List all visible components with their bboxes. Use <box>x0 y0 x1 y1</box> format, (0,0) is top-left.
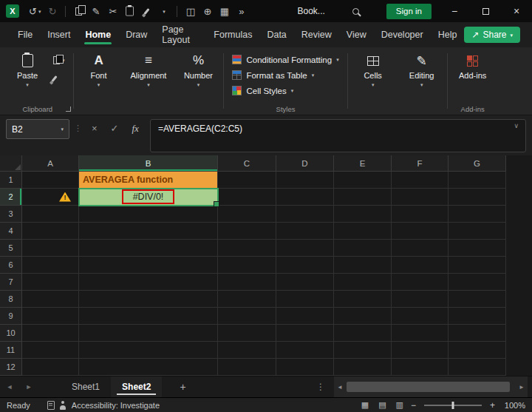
cell-a8[interactable] <box>22 291 79 308</box>
cell-b12[interactable] <box>79 359 218 376</box>
cell-d11[interactable] <box>276 342 334 359</box>
name-box[interactable]: B2 ▾ <box>6 119 69 139</box>
sign-in-button[interactable]: Sign in <box>386 4 432 19</box>
cell-a12[interactable] <box>22 359 79 376</box>
horizontal-scrollbar[interactable]: ◄ ► <box>334 376 528 397</box>
sheet-scroll-left-icon[interactable]: ◄ <box>0 383 19 391</box>
cell-e10[interactable] <box>334 325 392 342</box>
cell-f1[interactable] <box>392 172 449 189</box>
insert-function-button[interactable]: fx <box>127 119 144 135</box>
cell-g12[interactable] <box>449 359 506 376</box>
split-view-button[interactable]: ◫ <box>182 1 199 21</box>
tab-view[interactable]: View <box>339 22 374 47</box>
cell-f7[interactable] <box>392 274 449 291</box>
tab-formulas[interactable]: Formulas <box>206 22 259 47</box>
sheet-tab-sheet1[interactable]: Sheet1 <box>61 376 111 397</box>
cell-d3[interactable] <box>276 206 334 223</box>
row-header-1[interactable]: 1 <box>0 172 22 189</box>
cell-f3[interactable] <box>392 206 449 223</box>
cell-c6[interactable] <box>218 257 276 274</box>
cell-c8[interactable] <box>218 291 276 308</box>
row-header-3[interactable]: 3 <box>0 206 22 223</box>
column-header-a[interactable]: A <box>22 155 79 172</box>
maximize-button[interactable] <box>470 0 501 22</box>
cell-g8[interactable] <box>449 291 506 308</box>
redo-button[interactable]: ↻ <box>44 1 61 21</box>
cell-a7[interactable] <box>22 274 79 291</box>
row-header-7[interactable]: 7 <box>0 274 22 291</box>
cell-g6[interactable] <box>449 257 506 274</box>
page-layout-view-icon[interactable]: ▤ <box>378 400 386 410</box>
cell-a11[interactable] <box>22 342 79 359</box>
row-header-8[interactable]: 8 <box>0 291 22 308</box>
tab-draw[interactable]: Draw <box>118 22 154 47</box>
cell-e1[interactable] <box>334 172 392 189</box>
cell-d2[interactable] <box>276 189 334 206</box>
status-doc-icon[interactable] <box>47 401 55 410</box>
new-item-button[interactable]: ⊕ <box>199 1 216 21</box>
tabbar-overflow-icon[interactable]: ⋮ <box>316 382 325 392</box>
editing-button[interactable]: ✎ Editing ▾ <box>405 53 439 87</box>
undo-button[interactable]: ↺ ▾ <box>26 1 44 21</box>
row-header-12[interactable]: 12 <box>0 359 22 376</box>
page-break-view-icon[interactable]: ▥ <box>396 400 403 410</box>
cell-c3[interactable] <box>218 206 276 223</box>
cut-quick-button[interactable]: ✂ <box>104 1 121 21</box>
cell-b2[interactable]: #DIV/0! <box>79 189 218 206</box>
cell-g7[interactable] <box>449 274 506 291</box>
cell-d10[interactable] <box>276 325 334 342</box>
normal-view-icon[interactable]: ▦ <box>361 400 369 410</box>
number-button[interactable]: % Number ▾ <box>181 53 215 87</box>
accessibility-status[interactable]: Accessibility: Investigate <box>72 401 160 410</box>
tab-insert[interactable]: Insert <box>40 22 78 47</box>
excel-logo-icon[interactable]: X <box>6 4 19 18</box>
conditional-formatting-button[interactable]: Conditional Formatting ▾ <box>232 53 338 67</box>
cell-g5[interactable] <box>449 240 506 257</box>
cell-d5[interactable] <box>276 240 334 257</box>
cell-a9[interactable] <box>22 308 79 325</box>
scrollbar-thumb[interactable] <box>347 382 510 392</box>
cell-c5[interactable] <box>218 240 276 257</box>
cell-c12[interactable] <box>218 359 276 376</box>
zoom-slider-thumb[interactable] <box>451 402 454 409</box>
cell-e4[interactable] <box>334 223 392 240</box>
row-header-6[interactable]: 6 <box>0 257 22 274</box>
tab-home[interactable]: Home <box>78 22 118 47</box>
cell-e11[interactable] <box>334 342 392 359</box>
cell-e5[interactable] <box>334 240 392 257</box>
format-painter-button[interactable] <box>53 73 65 84</box>
table-quick-button[interactable]: ▦ <box>216 1 233 21</box>
cell-f11[interactable] <box>392 342 449 359</box>
zoom-out-button[interactable]: − <box>411 400 416 411</box>
cell-f5[interactable] <box>392 240 449 257</box>
cell-b7[interactable] <box>79 274 218 291</box>
sheet-scroll-right-icon[interactable]: ► <box>19 383 38 391</box>
cell-c9[interactable] <box>218 308 276 325</box>
addins-button[interactable]: Add-ins <box>456 53 490 80</box>
tab-page-layout[interactable]: Page Layout <box>154 22 206 47</box>
column-header-c[interactable]: C <box>218 155 276 172</box>
cell-e8[interactable] <box>334 291 392 308</box>
column-header-e[interactable]: E <box>334 155 392 172</box>
formula-input[interactable]: =AVERAGEA(C2:C5) ∨ <box>150 119 526 152</box>
column-header-b[interactable]: B <box>79 155 218 172</box>
drag-handle-icon[interactable]: ⋮ <box>72 119 83 133</box>
cell-b10[interactable] <box>79 325 218 342</box>
collapse-formula-bar-icon[interactable]: ∨ <box>514 122 519 129</box>
cell-c11[interactable] <box>218 342 276 359</box>
cell-f10[interactable] <box>392 325 449 342</box>
copy-quick-button[interactable] <box>70 1 87 21</box>
cell-e7[interactable] <box>334 274 392 291</box>
cell-d12[interactable] <box>276 359 334 376</box>
cell-g2[interactable] <box>449 189 506 206</box>
cell-c1[interactable] <box>218 172 276 189</box>
tab-developer[interactable]: Developer <box>374 22 431 47</box>
cell-c10[interactable] <box>218 325 276 342</box>
close-button[interactable]: × <box>501 0 532 22</box>
cell-c7[interactable] <box>218 274 276 291</box>
cell-b8[interactable] <box>79 291 218 308</box>
cell-e9[interactable] <box>334 308 392 325</box>
row-header-9[interactable]: 9 <box>0 308 22 325</box>
tab-review[interactable]: Review <box>294 22 339 47</box>
cell-b3[interactable] <box>79 206 218 223</box>
